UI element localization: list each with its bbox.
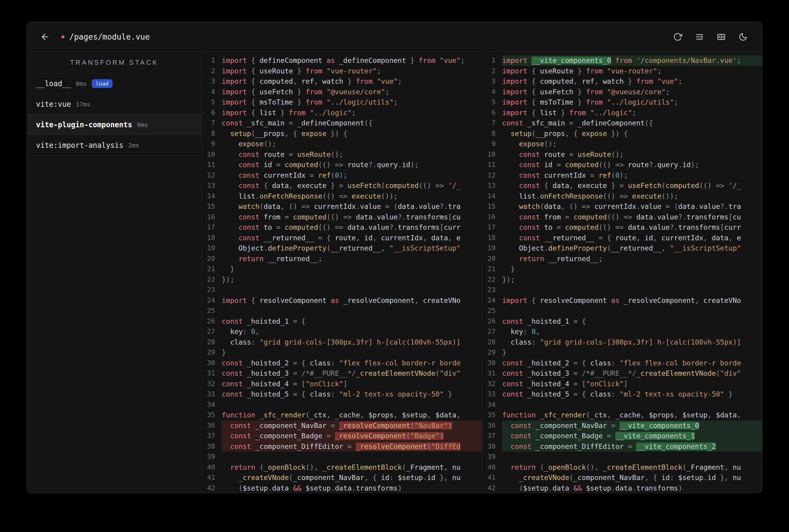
code-line: 9 expose(); [202, 139, 482, 149]
line-number: 18 [202, 233, 222, 243]
plugin-time: 0ms [76, 80, 87, 87]
side-by-side-icon[interactable] [717, 32, 726, 41]
code-line: 26const _hoisted_1 = { [202, 316, 482, 327]
code-line: 21 } [482, 264, 762, 274]
line-number: 1 [202, 55, 222, 66]
code-line: 39 [202, 452, 482, 462]
line-number: 3 [482, 76, 502, 87]
code-line: 15 watch(data, () => currentIdx.value = … [202, 201, 482, 212]
code-line: 29} [202, 347, 482, 358]
sidebar-item-load[interactable]: __load__ 0ms load [27, 73, 201, 94]
line-number: 17 [202, 222, 222, 233]
code-line: 4import { useFetch } from "@vueuse/core"… [482, 87, 762, 97]
line-number: 6 [202, 108, 222, 118]
line-number: 22 [202, 274, 222, 285]
refresh-icon[interactable] [673, 32, 682, 41]
dark-mode-icon[interactable] [738, 32, 748, 41]
code-line: 10 const route = useRoute(); [202, 149, 482, 160]
line-number: 2 [482, 66, 502, 76]
code-line: 42 ($setup.data && $setup.data.transform… [482, 483, 762, 493]
code-line: 39 [482, 452, 762, 462]
diff-left-pane[interactable]: 1import { defineComponent as _defineComp… [202, 55, 482, 493]
code-line: 13 const { data, execute } = useFetch(co… [202, 180, 482, 191]
code-line: 4import { useFetch } from "@vueuse/core"… [202, 87, 482, 97]
line-number: 7 [482, 118, 502, 129]
sidebar-item-vite-import-analysis[interactable]: vite:import-analysis 2ms [27, 135, 201, 156]
code-line: 27 key: 0, [482, 326, 762, 337]
code-line: 16 const from = computed(() => data.valu… [202, 212, 482, 223]
code-line: 12 const currentIdx = ref(0); [482, 170, 762, 181]
line-number: 35 [482, 410, 502, 420]
line-number: 41 [202, 472, 222, 483]
code-line: 16 const from = computed(() => data.valu… [482, 212, 762, 223]
line-number: 31 [202, 368, 222, 379]
line-number: 36 [482, 420, 502, 431]
code-line: 7const _sfc_main = _defineComponent({ [202, 118, 482, 129]
code-line: 3import { computed, ref, watch } from "v… [202, 76, 482, 87]
code-line: 17 const to = computed(() => data.value?… [482, 222, 762, 233]
line-number: 19 [482, 243, 502, 253]
code-line: 9 expose(); [482, 139, 762, 149]
code-line: 7const _sfc_main = _defineComponent({ [482, 118, 762, 129]
line-number: 40 [202, 462, 222, 473]
code-line: 30const _hoisted_2 = { class: "flex flex… [482, 358, 762, 368]
line-number: 13 [202, 180, 222, 191]
code-line: 6import { list } from "../logic"; [202, 108, 482, 118]
code-line: 35function _sfc_render(_ctx, _cache, $pr… [202, 410, 482, 420]
line-number: 30 [202, 358, 222, 368]
line-number: 38 [482, 441, 502, 452]
line-number: 40 [482, 462, 502, 473]
code-line: 36 const _component_NavBar = __vite_comp… [482, 420, 762, 431]
line-number: 37 [202, 431, 222, 441]
code-line: 37 const _component_Badge = __vite_compo… [482, 431, 762, 441]
code-line: 1import { defineComponent as _defineComp… [202, 55, 482, 66]
code-line: 17 const to = computed(() => data.value?… [202, 222, 482, 233]
inline-mode-icon[interactable] [695, 32, 704, 41]
module-color-dot [61, 35, 65, 38]
code-line: 19 Object.defineProperty(__returned__, "… [482, 243, 762, 253]
line-number: 11 [482, 159, 502, 170]
line-number: 21 [482, 264, 502, 274]
line-number: 24 [202, 295, 222, 306]
line-number: 22 [482, 274, 502, 285]
line-number: 3 [202, 76, 222, 87]
code-line: 27 key: 0, [202, 326, 482, 337]
line-number: 36 [202, 420, 222, 431]
line-number: 29 [202, 347, 222, 358]
line-number: 38 [202, 441, 222, 452]
transform-stack-title: TRANSFORM STACK [27, 52, 201, 73]
line-number: 5 [202, 97, 222, 108]
line-number: 2 [202, 66, 222, 76]
line-number: 10 [202, 149, 222, 160]
back-button[interactable] [40, 32, 50, 42]
code-line: 14 list.onFetchResponse(() => execute())… [202, 191, 482, 202]
sidebar-item-vite-plugin-components[interactable]: vite-plugin-components 0ms [27, 115, 201, 135]
code-line: 14 list.onFetchResponse(() => execute())… [482, 191, 762, 202]
code-line: 18 const __returned__ = { route, id, cur… [202, 233, 482, 243]
inspect-window: /pages/module.vue TRANSFORM STACK __load… [26, 22, 763, 493]
code-line: 3import { computed, ref, watch } from "v… [482, 76, 762, 87]
code-line: 41 _createVNode(_component_NavBar, { id:… [482, 472, 762, 483]
code-line: 12 const currentIdx = ref(0); [202, 170, 482, 181]
line-number: 12 [482, 170, 502, 181]
line-number: 34 [482, 400, 502, 410]
line-number: 20 [482, 253, 502, 264]
line-number: 16 [202, 212, 222, 223]
diff-right-pane[interactable]: 1import __vite_components_0 from '/compo… [482, 55, 762, 493]
line-number: 11 [202, 159, 222, 170]
code-line: 1import __vite_components_0 from '/compo… [482, 55, 762, 66]
line-number: 1 [482, 55, 502, 66]
line-number: 42 [482, 483, 502, 493]
line-number: 28 [482, 337, 502, 348]
code-line: 41 _createVNode(_component_NavBar, { id:… [202, 472, 482, 483]
module-path: /pages/module.vue [69, 32, 150, 41]
header-actions [673, 32, 748, 41]
sidebar-item-vite-vue[interactable]: vite:vue 17ms [27, 94, 201, 115]
code-line: 5import { msToTime } from "../logic/util… [482, 97, 762, 108]
sidebar-filler [27, 156, 201, 493]
code-line: 10 const route = useRoute(); [482, 149, 762, 160]
diff-view: 1import { defineComponent as _defineComp… [202, 52, 762, 493]
plugin-name: __load__ [36, 79, 71, 88]
header-bar: /pages/module.vue [27, 22, 762, 52]
load-badge: load [92, 79, 112, 88]
